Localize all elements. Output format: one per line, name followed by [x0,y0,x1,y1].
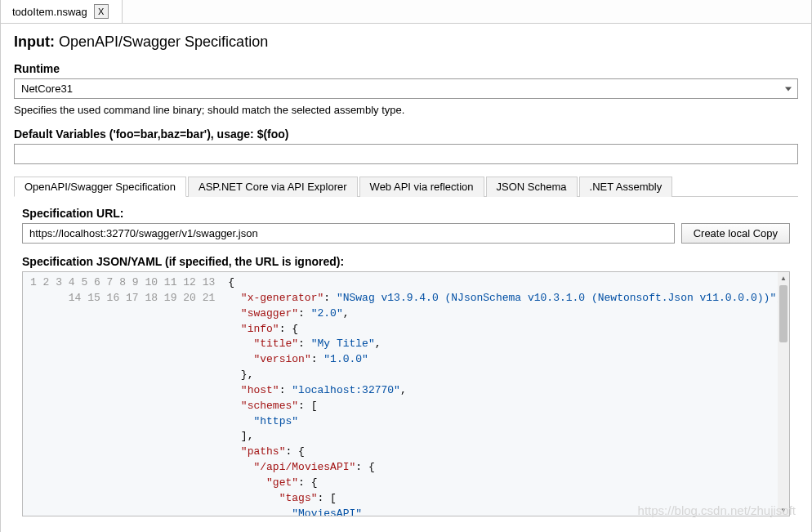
runtime-select-wrap: NetCore31 [14,78,798,99]
file-tab[interactable]: todoItem.nswag X [1,0,123,23]
window: todoItem.nswag X Input: OpenAPI/Swagger … [0,0,812,532]
editor-code[interactable]: { "x-generator": "NSwag v13.9.4.0 (NJson… [221,272,789,516]
runtime-help: Specifies the used command line binary; … [14,104,798,116]
scroll-down-icon[interactable]: ▼ [778,504,789,516]
inner-tab-1[interactable]: ASP.NET Core via API Explorer [188,177,358,197]
inner-tab-2[interactable]: Web API via reflection [359,177,484,197]
inner-tab-bar: OpenAPI/Swagger SpecificationASP.NET Cor… [14,176,798,197]
defaults-input[interactable] [14,144,798,164]
defaults-label: Default Variables ('foo=bar,baz=bar'), u… [14,127,798,141]
inner-tab-4[interactable]: .NET Assembly [579,177,673,197]
create-local-copy-button[interactable]: Create local Copy [681,223,790,244]
spec-url-input[interactable] [22,223,675,244]
file-tab-label: todoItem.nswag [12,6,87,18]
editor-gutter: 1 2 3 4 5 6 7 8 9 10 11 12 13 14 15 16 1… [23,272,221,516]
vertical-scrollbar[interactable]: ▲ ▼ [778,272,789,516]
runtime-label: Runtime [14,62,798,75]
close-icon[interactable]: X [94,4,109,19]
spec-json-label: Specification JSON/YAML (if specified, t… [22,255,790,268]
runtime-select[interactable]: NetCore31 [14,78,798,99]
scroll-thumb[interactable] [779,285,787,342]
spec-url-label: Specification URL: [22,207,790,220]
content-area: Input: OpenAPI/Swagger Specification Run… [1,24,811,526]
url-row: Create local Copy [22,223,790,244]
spec-panel: Specification URL: Create local Copy Spe… [14,197,798,516]
inner-tab-0[interactable]: OpenAPI/Swagger Specification [14,177,186,197]
spec-editor[interactable]: 1 2 3 4 5 6 7 8 9 10 11 12 13 14 15 16 1… [22,271,790,516]
page-title: Input: OpenAPI/Swagger Specification [14,34,798,51]
inner-tab-3[interactable]: JSON Schema [486,177,578,197]
header-prefix: Input: [14,34,55,50]
file-tab-bar: todoItem.nswag X [1,0,811,24]
scroll-up-icon[interactable]: ▲ [778,272,789,284]
header-title: OpenAPI/Swagger Specification [59,34,268,50]
